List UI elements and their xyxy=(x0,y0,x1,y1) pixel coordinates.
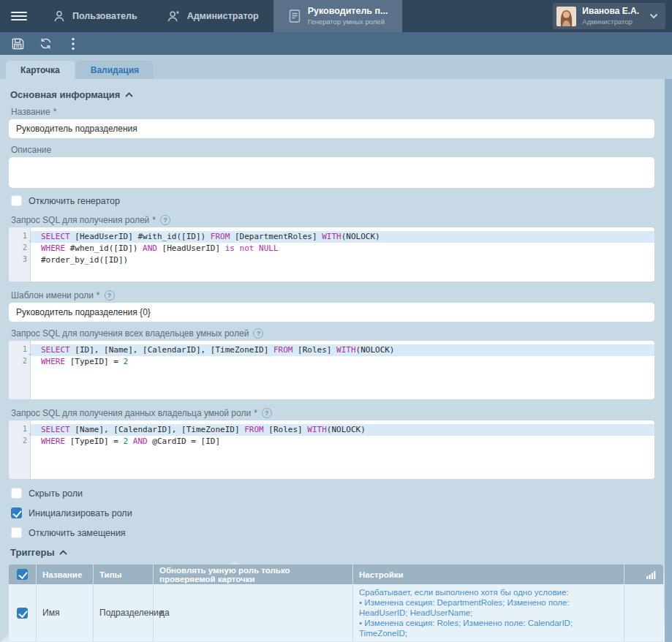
description-input[interactable] xyxy=(9,157,654,188)
refresh-icon xyxy=(39,37,53,50)
tab-card-label: Карточка xyxy=(20,65,60,75)
editor-gutter: 1⌄23 xyxy=(9,227,31,282)
chevron-down-icon xyxy=(649,13,658,19)
tab-validation[interactable]: Валидация xyxy=(76,61,154,79)
sql-owner-data-label: Запрос SQL для получения данных владельц… xyxy=(11,408,663,418)
view-tabs: Карточка Валидация xyxy=(0,55,672,79)
user-menu[interactable]: Иванова Е.А. Администратор xyxy=(553,3,665,29)
user-role: Администратор xyxy=(582,18,639,26)
bar-chart-icon xyxy=(646,570,656,579)
disable-generator-checkbox-row[interactable]: Отключить генератор xyxy=(11,195,663,206)
admin-icon xyxy=(167,10,181,23)
editor-code[interactable]: SELECT [HeadUserID] #with_id([ID]) FROM … xyxy=(31,227,654,282)
row-name-cell[interactable]: Имя xyxy=(37,584,94,641)
more-actions-button[interactable] xyxy=(61,34,85,53)
refresh-button[interactable] xyxy=(34,34,57,53)
page: Карточка Валидация Основная информация Н… xyxy=(0,55,672,642)
name-input-value: Руководитель подразделения xyxy=(16,124,137,134)
header-chart-cell[interactable] xyxy=(624,564,663,584)
card-toolbar xyxy=(0,32,672,55)
editor-gutter: 1⌄2 xyxy=(9,420,31,479)
tab-card[interactable]: Карточка xyxy=(6,61,75,79)
editor-code[interactable]: SELECT [ID], [Name], [CalendarID], [Time… xyxy=(31,341,654,399)
row-update-only-cell[interactable]: да xyxy=(154,584,353,641)
save-icon xyxy=(11,37,25,50)
name-input[interactable]: Руководитель подразделения xyxy=(9,119,654,138)
sql-owners-label: Запрос SQL для получения всех владельцев… xyxy=(11,328,663,339)
header-select-all-cell[interactable] xyxy=(9,564,37,584)
settings-line: Срабатывает, если выполнено хотя бы одно… xyxy=(359,587,618,597)
template-input-value: Руководитель подразделения {0} xyxy=(16,307,151,317)
top-bar: Пользователь Администратор Руководитель … xyxy=(0,0,672,32)
sql-owners-editor[interactable]: 1⌄2 SELECT [ID], [Name], [CalendarID], [… xyxy=(9,341,654,399)
help-icon[interactable]: ? xyxy=(105,290,115,301)
top-tab-user-label: Пользователь xyxy=(72,11,137,21)
init-roles-label: Инициализировать роли xyxy=(29,508,132,518)
top-tab-smart-role-label: Руководитель п... xyxy=(308,6,388,18)
hide-roles-checkbox[interactable] xyxy=(11,488,22,499)
disable-subst-label: Отключить замещения xyxy=(29,528,126,538)
document-icon xyxy=(288,9,301,23)
tab-validation-label: Валидация xyxy=(91,65,139,75)
top-tab-smart-role[interactable]: Руководитель п... Генератор умных ролей xyxy=(273,0,403,32)
card-panel: Основная информация Название* Руководите… xyxy=(0,79,672,642)
save-button[interactable] xyxy=(6,34,29,53)
init-roles-checkbox-row[interactable]: Инициализировать роли xyxy=(11,507,663,518)
vertical-scrollbar[interactable] xyxy=(665,79,672,642)
triggers-table: Название Типы Обновлять умную роль тольк… xyxy=(9,564,663,641)
top-tab-admin-label: Администратор xyxy=(187,11,259,21)
row-checkbox[interactable] xyxy=(17,608,28,619)
template-input[interactable]: Руководитель подразделения {0} xyxy=(9,303,654,322)
header-types[interactable]: Типы xyxy=(94,564,154,584)
section-main-info[interactable]: Основная информация xyxy=(10,89,663,100)
top-tab-smart-role-sublabel: Генератор умных ролей xyxy=(308,18,388,26)
settings-line: • Изменена секция: Roles; Изменено поле:… xyxy=(359,618,618,638)
hide-roles-label: Скрыть роли xyxy=(29,488,83,499)
user-name: Иванова Е.А. xyxy=(582,6,639,18)
disable-generator-label: Отключить генератор xyxy=(29,196,120,206)
editor-gutter: 1⌄2 xyxy=(9,341,31,399)
sql-owner-data-editor[interactable]: 1⌄2 SELECT [Name], [CalendarID], [TimeZo… xyxy=(9,420,654,479)
select-all-checkbox[interactable] xyxy=(17,569,28,580)
collapse-chevron-icon xyxy=(125,92,133,97)
table-row[interactable]: Имя Подразделение да Срабатывает, если в… xyxy=(9,584,663,641)
help-icon[interactable]: ? xyxy=(253,328,263,339)
help-icon[interactable]: ? xyxy=(160,215,170,225)
top-tab-admin[interactable]: Администратор xyxy=(152,0,273,32)
sql-roles-label: Запрос SQL для получения ролей* ? xyxy=(11,215,663,225)
hamburger-menu-icon[interactable] xyxy=(0,0,38,32)
disable-subst-checkbox-row[interactable]: Отключить замещения xyxy=(11,527,663,538)
help-icon[interactable]: ? xyxy=(262,408,272,418)
sql-roles-editor[interactable]: 1⌄23 SELECT [HeadUserID] #with_id([ID]) … xyxy=(9,227,654,282)
kebab-menu-icon xyxy=(72,37,75,50)
row-types-cell[interactable]: Подразделение xyxy=(94,584,154,641)
disable-subst-checkbox[interactable] xyxy=(11,527,22,538)
settings-line: • Изменена секция: DepartmentRoles; Изме… xyxy=(359,597,618,618)
header-update-only[interactable]: Обновлять умную роль только проверяемой … xyxy=(154,564,353,584)
section-main-info-label: Основная информация xyxy=(10,89,120,100)
avatar xyxy=(556,7,576,26)
description-field-label: Описание xyxy=(11,145,663,155)
triggers-table-header: Название Типы Обновлять умную роль тольк… xyxy=(9,564,663,584)
header-name[interactable]: Название xyxy=(37,564,94,584)
top-tab-user[interactable]: Пользователь xyxy=(38,0,152,32)
template-field-label: Шаблон имени роли* ? xyxy=(11,290,663,301)
row-settings-cell[interactable]: Срабатывает, если выполнено хотя бы одно… xyxy=(353,584,624,641)
row-select-cell[interactable] xyxy=(9,584,37,641)
row-chart-cell[interactable] xyxy=(624,584,663,641)
user-icon xyxy=(53,10,66,23)
hide-roles-checkbox-row[interactable]: Скрыть роли xyxy=(11,488,663,499)
editor-code[interactable]: SELECT [Name], [CalendarID], [TimeZoneID… xyxy=(31,420,654,479)
collapse-chevron-icon xyxy=(59,550,67,555)
disable-generator-checkbox[interactable] xyxy=(11,195,22,206)
name-field-label: Название* xyxy=(11,107,663,117)
section-triggers[interactable]: Триггеры xyxy=(10,547,663,558)
header-settings[interactable]: Настройки xyxy=(353,564,624,584)
init-roles-checkbox[interactable] xyxy=(11,507,22,518)
section-triggers-label: Триггеры xyxy=(10,547,54,558)
